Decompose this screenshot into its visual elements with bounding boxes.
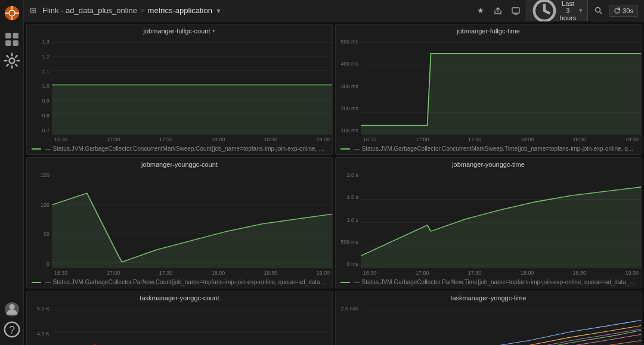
panel-title-3: jobmanger-younggc-count <box>141 161 218 168</box>
search-button[interactable] <box>592 5 605 16</box>
star-button[interactable]: ★ <box>474 4 487 17</box>
svg-marker-37 <box>52 193 332 268</box>
panel-header-2: jobmanger-fullgc-time <box>336 24 641 36</box>
y-axis-3: 150 100 50 0 <box>27 170 52 278</box>
panel-legend-1: — Status.JVM.GarbageCollector.Concurrent… <box>27 144 332 154</box>
panel-title-4: jobmanger-younggc-time <box>452 161 525 168</box>
legend-text-2: — Status.JVM.GarbageCollector.Concurrent… <box>354 145 641 152</box>
legend-text-1: — Status.JVM.GarbageCollector.Concurrent… <box>45 145 332 152</box>
panel-header-3: jobmanger-younggc-count <box>27 158 332 170</box>
breadcrumb-dropdown-icon[interactable]: ▼ <box>215 7 222 14</box>
chart-wrapper-4: 2.0 s 1.5 s 1.0 s 500 ms 0 ms <box>336 170 641 278</box>
svg-rect-8 <box>5 41 11 46</box>
svg-rect-7 <box>13 33 18 38</box>
apps-icon: ⊞ <box>30 6 36 15</box>
panel-title-6: taskmanager-yonggc-time <box>450 294 526 302</box>
time-range-chevron: ▾ <box>579 7 583 14</box>
breadcrumb-part1[interactable]: Flink - ad_data_plus_online <box>42 6 137 15</box>
chart-svg-5 <box>52 303 332 345</box>
chart-area-1: 16:30 17:00 17:30 18:00 18:30 19:00 <box>52 36 332 144</box>
panel-header-1: jobmanger-fullgc-count ▾ <box>27 24 332 36</box>
panel-taskmanager-yonggc-count: taskmanager-yonggc-count 5.0 K 4.0 K 3.0… <box>26 291 333 345</box>
panel-legend-2: — Status.JVM.GarbageCollector.Concurrent… <box>336 144 641 154</box>
chart-svg-3 <box>52 170 332 268</box>
svg-marker-19 <box>618 8 620 10</box>
gear-icon[interactable] <box>4 52 20 69</box>
panel-title-5: taskmanager-yonggc-count <box>140 294 219 302</box>
chart-area-4: 16:30 17:00 17:30 18:00 18:30 19:00 <box>361 170 641 278</box>
user-avatar[interactable] <box>5 302 19 316</box>
svg-text:?: ? <box>9 324 15 336</box>
chart-wrapper-6: 2.5 min 1.7 min 50 s <box>336 303 641 345</box>
chart-svg-1 <box>52 36 332 135</box>
chart-area-2: 16:30 17:00 17:30 18:00 18:30 19:00 <box>361 36 641 144</box>
svg-point-10 <box>9 58 14 64</box>
refresh-interval-label: 30s <box>623 7 633 14</box>
x-axis-4: 16:30 17:00 17:30 18:00 18:30 19:00 <box>361 268 641 278</box>
svg-line-18 <box>600 12 602 14</box>
svg-marker-27 <box>52 85 332 135</box>
y-axis-5: 5.0 K 4.0 K 3.0 K 2.0 K 1.0 K <box>27 303 52 345</box>
y-axis-4: 2.0 s 1.5 s 1.0 s 500 ms 0 ms <box>336 170 361 278</box>
main-content: ⊞ Flink - ad_data_plus_online > metrics-… <box>24 0 644 345</box>
legend-line-icon-2 <box>340 148 350 150</box>
refresh-button[interactable]: 30s <box>609 5 638 17</box>
panel-jobmanger-fullgc-time: jobmanger-fullgc-time 500 ms 400 ms 300 … <box>335 24 642 155</box>
svg-rect-9 <box>13 41 18 46</box>
chart-wrapper-2: 500 ms 400 ms 300 ms 200 ms 100 ms <box>336 36 641 144</box>
chart-svg-6 <box>361 303 641 345</box>
breadcrumb: Flink - ad_data_plus_online > metrics-ap… <box>42 6 222 15</box>
legend-text-4: — Status.JVM.GarbageCollector.ParNew.Tim… <box>354 279 641 285</box>
legend-text-3: — Status.JVM.GarbageCollector.ParNew.Cou… <box>45 279 332 285</box>
x-axis-2: 16:30 17:00 17:30 18:00 18:30 19:00 <box>361 135 641 144</box>
chart-svg-2 <box>361 36 641 135</box>
time-range-label: Last 3 hours <box>559 0 577 21</box>
y-axis-1: 1.3 1.2 1.1 1.0 0.9 0.8 0.7 <box>27 36 52 144</box>
x-axis-3: 16:30 17:00 17:30 18:00 18:30 19:00 <box>52 268 332 278</box>
chart-svg-4 <box>361 170 641 268</box>
grafana-logo[interactable] <box>4 5 20 21</box>
svg-point-17 <box>596 8 600 13</box>
panel-jobmanger-younggc-count: jobmanger-younggc-count 150 100 50 0 <box>26 157 333 288</box>
svg-point-11 <box>9 304 14 309</box>
svg-rect-14 <box>512 8 519 13</box>
chart-area-3: 16:30 17:00 17:30 18:00 18:30 19:00 <box>52 170 332 278</box>
sidebar: ? <box>0 0 24 345</box>
panel-header-6: taskmanager-yonggc-time <box>336 291 641 303</box>
chart-area-6: 16:30 17:00 17:30 18:00 18:30 19:00 <box>361 303 641 345</box>
panel-legend-4: — Status.JVM.GarbageCollector.ParNew.Tim… <box>336 278 641 288</box>
y-axis-6: 2.5 min 1.7 min 50 s <box>336 303 361 345</box>
y-axis-2: 500 ms 400 ms 300 ms 200 ms 100 ms <box>336 36 361 144</box>
sidebar-bottom: ? <box>4 302 20 340</box>
home-icon[interactable] <box>4 31 20 48</box>
svg-rect-6 <box>5 33 11 38</box>
legend-line-icon-1 <box>32 148 41 150</box>
panel-title-1: jobmanger-fullgc-count <box>144 27 210 35</box>
panel-header-4: jobmanger-younggc-time <box>336 158 641 170</box>
breadcrumb-separator: > <box>140 6 145 15</box>
panel-dropdown-icon-1[interactable]: ▾ <box>212 28 215 34</box>
legend-line-icon-4 <box>340 282 350 283</box>
dashboard-grid: jobmanger-fullgc-count ▾ 1.3 1.2 1.1 1.0… <box>24 21 644 345</box>
legend-line-icon-3 <box>32 282 41 283</box>
chart-area-5: 16:30 17:00 17:30 18:00 18:30 19:00 <box>52 303 332 345</box>
chart-wrapper-5: 5.0 K 4.0 K 3.0 K 2.0 K 1.0 K <box>27 303 332 345</box>
chart-wrapper-3: 150 100 50 0 <box>27 170 332 278</box>
chart-wrapper-1: 1.3 1.2 1.1 1.0 0.9 0.8 0.7 <box>27 36 332 144</box>
panel-legend-3: — Status.JVM.GarbageCollector.ParNew.Cou… <box>27 278 332 288</box>
panel-jobmanger-fullgc-count: jobmanger-fullgc-count ▾ 1.3 1.2 1.1 1.0… <box>26 24 333 155</box>
x-axis-1: 16:30 17:00 17:30 18:00 18:30 19:00 <box>52 135 332 144</box>
topbar: ⊞ Flink - ad_data_plus_online > metrics-… <box>24 0 644 21</box>
panel-title-2: jobmanger-fullgc-time <box>457 27 520 35</box>
panel-taskmanager-yonggc-time: taskmanager-yonggc-time 2.5 min 1.7 min … <box>335 291 642 345</box>
help-icon[interactable]: ? <box>4 321 20 338</box>
panel-jobmanger-younggc-time: jobmanger-younggc-time 2.0 s 1.5 s 1.0 s… <box>335 157 642 288</box>
tv-button[interactable] <box>509 5 523 17</box>
breadcrumb-current: metrics-application <box>148 6 212 15</box>
share-button[interactable] <box>491 5 505 17</box>
panel-header-5: taskmanager-yonggc-count <box>27 291 332 303</box>
